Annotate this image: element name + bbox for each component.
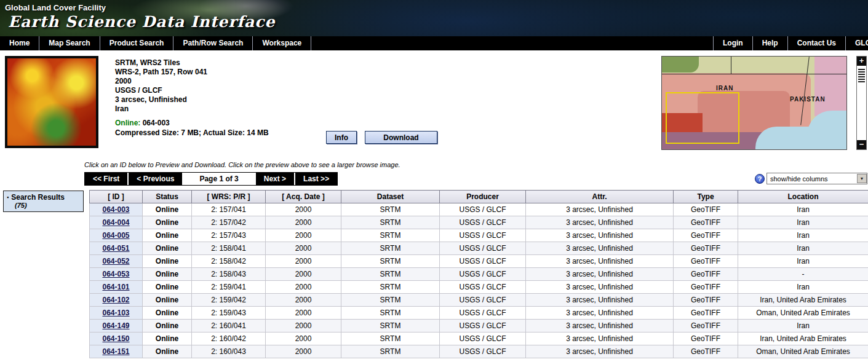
table-row: 064-004 Online 2: 157/042 2000 SRTM USGS… bbox=[90, 216, 868, 229]
nav-login[interactable]: Login bbox=[713, 36, 753, 50]
result-id-link[interactable]: 064-149 bbox=[102, 321, 129, 330]
browse-preview-image[interactable] bbox=[5, 56, 98, 148]
dataset-cell: SRTM bbox=[341, 229, 440, 242]
previous-page-button[interactable]: < Previous bbox=[129, 173, 182, 185]
zoom-scale[interactable] bbox=[857, 66, 866, 84]
result-id-link[interactable]: 064-053 bbox=[102, 270, 129, 278]
zoom-in-button[interactable]: + bbox=[857, 57, 866, 66]
next-page-button[interactable]: Next > bbox=[256, 173, 294, 185]
nav-glcf[interactable]: GLCF bbox=[846, 36, 868, 50]
metadata-line: USGS / GLCF bbox=[115, 86, 336, 95]
nav-product-search[interactable]: Product Search bbox=[100, 36, 174, 50]
wrs-cell: 2: 160/042 bbox=[192, 332, 266, 345]
date-cell: 2000 bbox=[266, 203, 341, 216]
attr-cell: 3 arcsec, Unfinished bbox=[526, 242, 674, 255]
nav-help[interactable]: Help bbox=[753, 36, 788, 50]
producer-cell: USGS / GLCF bbox=[440, 307, 526, 320]
info-button[interactable]: Info bbox=[326, 131, 357, 144]
dataset-cell: SRTM bbox=[341, 255, 440, 268]
column-header: Dataset bbox=[341, 191, 440, 203]
location-cell: Iran bbox=[738, 242, 868, 255]
status-cell: Online bbox=[143, 281, 192, 294]
dataset-cell: SRTM bbox=[341, 203, 440, 216]
show-hide-columns-dropdown[interactable]: show/hide columns ▼ bbox=[766, 173, 867, 184]
table-row: 064-003 Online 2: 157/041 2000 SRTM USGS… bbox=[90, 203, 868, 216]
nav-map-search[interactable]: Map Search bbox=[39, 36, 100, 50]
table-row: 064-101 Online 2: 159/041 2000 SRTM USGS… bbox=[90, 281, 868, 294]
product-metadata: SRTM, WRS2 TilesWRS-2, Path 157, Row 041… bbox=[115, 58, 336, 138]
producer-cell: USGS / GLCF bbox=[440, 216, 526, 229]
result-id-link[interactable]: 064-102 bbox=[102, 296, 129, 304]
result-id-link[interactable]: 064-005 bbox=[102, 231, 129, 240]
chevron-down-icon[interactable]: ▼ bbox=[857, 174, 867, 183]
banner: Global Land Cover Facility Earth Science… bbox=[0, 0, 868, 36]
result-id-link[interactable]: 064-101 bbox=[102, 283, 129, 291]
locator-map[interactable]: IRAN PAKISTAN bbox=[661, 56, 847, 150]
status-cell: Online bbox=[143, 332, 192, 345]
wrs-cell: 2: 157/041 bbox=[192, 203, 266, 216]
metadata-lines: SRTM, WRS2 TilesWRS-2, Path 157, Row 041… bbox=[115, 58, 336, 114]
metadata-line: Iran bbox=[115, 104, 336, 114]
result-id-link[interactable]: 064-151 bbox=[102, 347, 129, 356]
status-cell: Online bbox=[143, 345, 192, 358]
wrs-cell: 2: 159/041 bbox=[192, 281, 266, 294]
online-label: Online: bbox=[115, 119, 140, 127]
producer-cell: USGS / GLCF bbox=[440, 255, 526, 268]
date-cell: 2000 bbox=[266, 345, 341, 358]
result-id-link[interactable]: 064-052 bbox=[102, 257, 129, 266]
date-cell: 2000 bbox=[266, 216, 341, 229]
page-indicator: Page 1 of 3 bbox=[183, 173, 254, 185]
result-id-link[interactable]: 064-150 bbox=[102, 334, 129, 343]
type-cell: GeoTIFF bbox=[674, 229, 738, 242]
zoom-tick-icon bbox=[858, 69, 865, 70]
date-cell: 2000 bbox=[266, 255, 341, 268]
first-page-button[interactable]: << First bbox=[85, 173, 127, 185]
nav-home[interactable]: Home bbox=[0, 36, 39, 50]
attr-cell: 3 arcsec, Unfinished bbox=[526, 320, 674, 332]
attr-cell: 3 arcsec, Unfinished bbox=[526, 345, 674, 358]
type-cell: GeoTIFF bbox=[674, 268, 738, 281]
nav-contact-us[interactable]: Contact Us bbox=[788, 36, 846, 50]
type-cell: GeoTIFF bbox=[674, 255, 738, 268]
dataset-cell: SRTM bbox=[341, 242, 440, 255]
result-id-link[interactable]: 064-003 bbox=[102, 205, 129, 214]
help-icon[interactable]: ? bbox=[755, 174, 765, 184]
result-id-link[interactable]: 064-103 bbox=[102, 309, 129, 317]
date-cell: 2000 bbox=[266, 242, 341, 255]
producer-cell: USGS / GLCF bbox=[440, 268, 526, 281]
metadata-line: WRS-2, Path 157, Row 041 bbox=[115, 68, 336, 77]
attr-cell: 3 arcsec, Unfinished bbox=[526, 307, 674, 320]
attr-cell: 3 arcsec, Unfinished bbox=[526, 281, 674, 294]
location-cell: Iran bbox=[738, 203, 868, 216]
result-id-link[interactable]: 064-004 bbox=[102, 218, 129, 227]
status-cell: Online bbox=[143, 242, 192, 255]
attr-cell: 3 arcsec, Unfinished bbox=[526, 332, 674, 345]
download-button[interactable]: Download bbox=[365, 131, 437, 144]
column-header: Status bbox=[143, 191, 192, 203]
producer-cell: USGS / GLCF bbox=[440, 281, 526, 294]
zoom-tick-icon bbox=[858, 76, 865, 77]
attr-cell: 3 arcsec, Unfinished bbox=[526, 294, 674, 307]
nav-path-row-search[interactable]: Path/Row Search bbox=[173, 36, 253, 50]
table-row: 064-150 Online 2: 160/042 2000 SRTM USGS… bbox=[90, 332, 868, 345]
last-page-button[interactable]: Last >> bbox=[295, 173, 337, 185]
main-nav: Home Map Search Product Search Path/Row … bbox=[0, 36, 868, 50]
table-row: 064-051 Online 2: 158/041 2000 SRTM USGS… bbox=[90, 242, 868, 255]
producer-cell: USGS / GLCF bbox=[440, 320, 526, 332]
type-cell: GeoTIFF bbox=[674, 320, 738, 332]
result-id-link[interactable]: 064-051 bbox=[102, 244, 129, 253]
search-results-title: Search Results bbox=[11, 193, 65, 202]
results-table: [ ID ]Status[ WRS: P/R ][ Acq. Date ]Dat… bbox=[89, 190, 868, 358]
date-cell: 2000 bbox=[266, 320, 341, 332]
zoom-out-button[interactable]: − bbox=[857, 140, 866, 149]
location-cell: Oman, United Arab Emirates bbox=[738, 345, 868, 358]
producer-cell: USGS / GLCF bbox=[440, 229, 526, 242]
producer-cell: USGS / GLCF bbox=[440, 345, 526, 358]
map-sea bbox=[807, 111, 847, 150]
dataset-cell: SRTM bbox=[341, 281, 440, 294]
location-cell: Iran bbox=[738, 229, 868, 242]
metadata-line: 2000 bbox=[115, 77, 336, 86]
map-region bbox=[814, 57, 847, 116]
dataset-cell: SRTM bbox=[341, 345, 440, 358]
nav-workspace[interactable]: Workspace bbox=[253, 36, 311, 50]
